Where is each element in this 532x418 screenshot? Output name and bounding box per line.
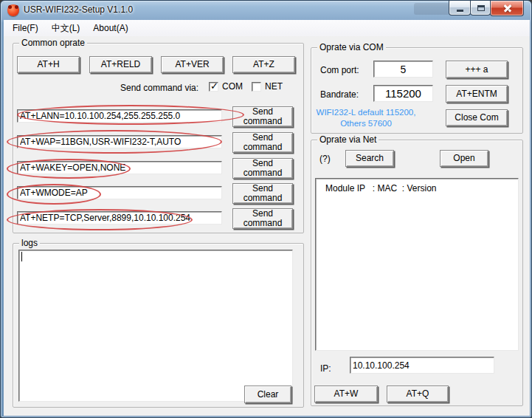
send-command-button-4[interactable]: Send command [232, 183, 293, 204]
at-ver-button[interactable]: AT+VER [161, 56, 224, 73]
maximize-icon [477, 5, 485, 11]
net-checkbox[interactable]: NET [252, 81, 283, 92]
command-input-wap[interactable] [17, 135, 222, 148]
app-icon [7, 4, 19, 16]
text-cursor [21, 252, 22, 261]
com-checkbox-box[interactable] [209, 82, 218, 92]
at-z-button[interactable]: AT+Z [232, 56, 295, 73]
send-via-label: Send command via: [120, 83, 198, 93]
search-button[interactable]: Search [345, 150, 394, 167]
module-list-header: Module IP : MAC : Version [325, 183, 437, 193]
command-input-lann[interactable] [17, 109, 222, 123]
command-input-wmode[interactable] [17, 186, 222, 199]
command-input-wakey[interactable] [17, 161, 222, 174]
close-com-button[interactable]: Close Com [446, 109, 508, 126]
com-checkbox-label: COM [222, 81, 243, 92]
app-window: USR-WIFI232-Setup V1.1.0 File(F) 中文(L) A… [0, 0, 532, 418]
menu-about[interactable]: About(A) [86, 21, 134, 35]
at-reld-button[interactable]: AT+RELD [89, 56, 152, 73]
com-port-label: Com port: [320, 65, 359, 75]
net-checkbox-label: NET [265, 81, 283, 92]
com-hint-line1: WIFI232-L default 115200, [315, 107, 417, 118]
logs-title: logs [19, 238, 40, 248]
ip-input[interactable] [350, 357, 494, 374]
oprate-via-net-title: Oprate via Net [317, 134, 379, 145]
com-hint: WIFI232-L default 115200, Others 57600 [315, 107, 417, 129]
bandrate-label: Bandrate: [320, 89, 359, 100]
close-icon [503, 4, 512, 13]
at-entm-button[interactable]: AT+ENTM [446, 85, 508, 103]
menu-bar: File(F) 中文(L) About(A) [4, 20, 530, 36]
menu-language[interactable]: 中文(L) [45, 20, 87, 37]
net-checkbox-box[interactable] [252, 82, 261, 92]
com-port-input[interactable] [373, 61, 433, 78]
at-w-button[interactable]: AT+W [314, 386, 378, 402]
minimize-icon [457, 10, 463, 12]
com-checkbox[interactable]: COM [209, 81, 243, 92]
close-button[interactable] [490, 1, 524, 16]
logs-textarea[interactable] [18, 250, 293, 402]
menu-file[interactable]: File(F) [6, 21, 45, 35]
com-hint-line2: Others 57600 [315, 118, 417, 129]
window-title: USR-WIFI232-Setup V1.1.0 [24, 4, 133, 15]
common-oprate-title: Common oprate [19, 38, 87, 48]
clear-button[interactable]: Clear [244, 386, 291, 403]
at-q-button[interactable]: AT+Q [387, 386, 449, 402]
plus-plus-plus-a-button[interactable]: +++ a [446, 61, 508, 78]
ip-label: IP: [320, 363, 331, 374]
maximize-button[interactable] [470, 1, 491, 16]
at-h-button[interactable]: AT+H [17, 56, 80, 73]
send-command-button-5[interactable]: Send command [232, 208, 293, 229]
help-label[interactable]: (?) [319, 154, 331, 164]
minimize-button[interactable] [449, 1, 471, 16]
open-button[interactable]: Open [440, 150, 488, 167]
send-command-button-1[interactable]: Send command [232, 106, 293, 127]
oprate-via-com-title: Oprate via COM [317, 42, 386, 52]
command-input-netp[interactable] [17, 211, 222, 225]
client-area: File(F) 中文(L) About(A) Common oprate AT+… [4, 20, 530, 416]
title-bar[interactable]: USR-WIFI232-Setup V1.1.0 [1, 1, 532, 20]
send-command-button-2[interactable]: Send command [232, 132, 293, 153]
bandrate-input[interactable] [373, 85, 433, 102]
module-listbox[interactable]: Module IP : MAC : Version [315, 178, 519, 351]
send-command-button-3[interactable]: Send command [232, 158, 293, 179]
